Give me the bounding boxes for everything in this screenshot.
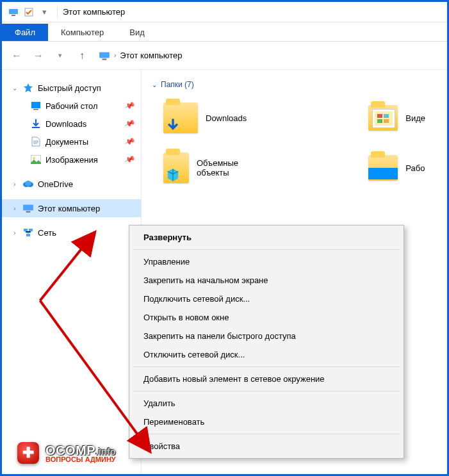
ctx-pin-quick[interactable]: Закрепить на панели быстрого доступа [129,327,404,345]
svg-rect-14 [26,211,31,213]
expand-icon[interactable]: › [11,205,19,212]
desktop-icon [30,100,42,111]
tree-documents[interactable]: Документы 📌 [2,133,141,151]
star-icon [22,82,34,94]
network-icon [22,227,34,238]
section-title: Папки (7) [161,80,194,89]
svg-rect-15 [24,229,28,231]
pc-icon [22,202,34,214]
svg-rect-22 [384,119,389,123]
tab-view[interactable]: Вид [117,24,158,41]
desktop-icon [368,168,398,179]
address-bar[interactable]: › Этот компьютер [94,47,442,65]
pin-icon: 📌 [124,136,136,147]
video-icon [372,109,395,128]
pin-icon: 📌 [124,118,136,129]
folder-item[interactable]: Рабо [368,148,425,188]
context-menu: Развернуть Управление Закрепить на начал… [129,225,404,459]
ctx-expand[interactable]: Развернуть [129,228,404,247]
up-button[interactable]: ↑ [72,46,92,65]
ctx-add-network-location[interactable]: Добавить новый элемент в сетевое окружен… [129,370,404,388]
svg-rect-13 [23,204,33,210]
pc-icon [8,7,19,17]
svg-point-9 [33,157,35,160]
svg-rect-18 [375,111,393,126]
svg-rect-1 [12,15,15,16]
svg-rect-4 [102,58,107,60]
tree-pictures[interactable]: Изображения 📌 [2,151,141,168]
tree-network[interactable]: › Сеть [2,224,141,242]
download-icon [30,118,42,129]
ribbon-tabs: Файл Компьютер Вид [2,22,447,42]
expand-icon[interactable]: › [11,181,19,188]
folder-label: Виде [405,113,425,123]
pc-icon [99,50,110,62]
back-button[interactable]: ← [7,46,26,65]
tree-quick-access[interactable]: ⌄ Быстрый доступ [2,79,141,97]
folder-item[interactable]: Виде [368,98,425,138]
pictures-icon [30,154,42,165]
expand-icon[interactable]: ⌄ [11,85,19,92]
svg-rect-6 [33,109,38,110]
svg-rect-20 [384,114,389,118]
ctx-divider [133,366,400,367]
folders-section-header[interactable]: ⌄ Папки (7) [147,78,442,92]
folder-icon [368,105,398,131]
pin-icon: 📌 [124,154,136,165]
ctx-divider [133,249,400,250]
tree-label: Сеть [38,228,56,238]
ctx-map-drive[interactable]: Подключить сетевой диск... [129,290,404,308]
tree-label: Этот компьютер [38,204,100,213]
separator [57,6,58,18]
tree-label: Рабочий стол [45,101,98,111]
ctx-manage[interactable]: Управление [129,252,404,271]
svg-rect-21 [377,119,382,123]
svg-rect-16 [29,229,33,231]
ctx-open-new-window[interactable]: Открыть в новом окне [129,308,404,327]
svg-rect-19 [377,114,382,118]
chevron-down-icon: ⌄ [152,81,157,88]
svg-rect-17 [26,234,30,236]
folder-icon [163,152,189,183]
ctx-disconnect-drive[interactable]: Отключить сетевой диск... [129,345,404,364]
pin-icon: 📌 [124,100,136,111]
folder-label: Downloads [206,113,247,123]
svg-rect-5 [31,102,40,108]
tree-label: Downloads [45,119,86,129]
tree-this-pc[interactable]: › Этот компьютер [2,199,141,217]
ctx-properties[interactable]: Свойства [129,437,404,455]
ctx-delete[interactable]: Удалить [129,394,404,413]
window-title: Этот компьютер [63,7,125,17]
tree-desktop[interactable]: Рабочий стол 📌 [2,97,141,115]
tree-onedrive[interactable]: › OneDrive [2,175,141,193]
document-icon [30,136,42,147]
nav-tree: ⌄ Быстрый доступ Рабочий стол 📌 Download… [2,70,142,474]
chevron-right-icon[interactable]: › [114,52,116,59]
download-icon [166,118,180,132]
ctx-pin-start[interactable]: Закрепить на начальном экране [129,271,404,290]
svg-rect-0 [9,9,18,14]
onedrive-icon [22,178,34,190]
svg-point-12 [25,181,31,186]
check-icon[interactable] [24,7,34,17]
address-text: Этот компьютер [120,51,182,60]
forward-button[interactable]: → [29,46,48,65]
expand-icon[interactable]: › [11,229,19,236]
ctx-rename[interactable]: Переименовать [129,413,404,431]
folder-label: Объемные объекты [197,158,253,177]
nav-bar: ← → ▾ ↑ › Этот компьютер [2,42,447,70]
folder-label: Рабо [405,163,425,173]
tree-label: Изображения [45,155,98,165]
chevron-down-icon[interactable]: ▾ [39,7,49,17]
folder-item[interactable]: Объемные объекты [163,148,253,188]
history-dropdown[interactable]: ▾ [51,46,70,65]
ctx-divider [133,391,400,391]
folder-item[interactable]: Downloads [163,98,253,138]
tab-computer[interactable]: Компьютер [48,24,117,41]
svg-rect-3 [99,52,110,58]
folder-icon [368,155,398,181]
cube-icon [166,168,180,182]
tree-label: Документы [45,137,88,147]
tree-downloads[interactable]: Downloads 📌 [2,115,141,133]
tab-file[interactable]: Файл [2,24,48,41]
